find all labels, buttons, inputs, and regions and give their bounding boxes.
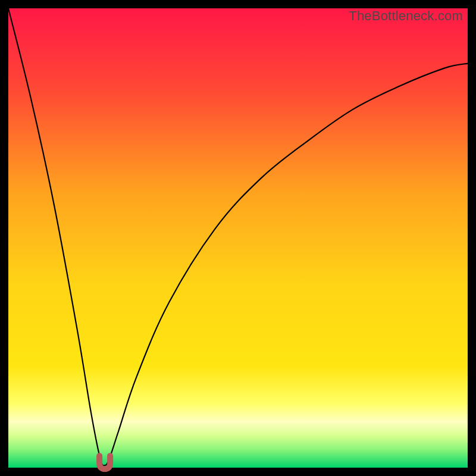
- bottleneck-curve: [8, 8, 468, 468]
- optimal-marker: [99, 456, 110, 469]
- chart-frame: TheBottleneck.com: [8, 8, 468, 468]
- curve-path: [8, 8, 468, 466]
